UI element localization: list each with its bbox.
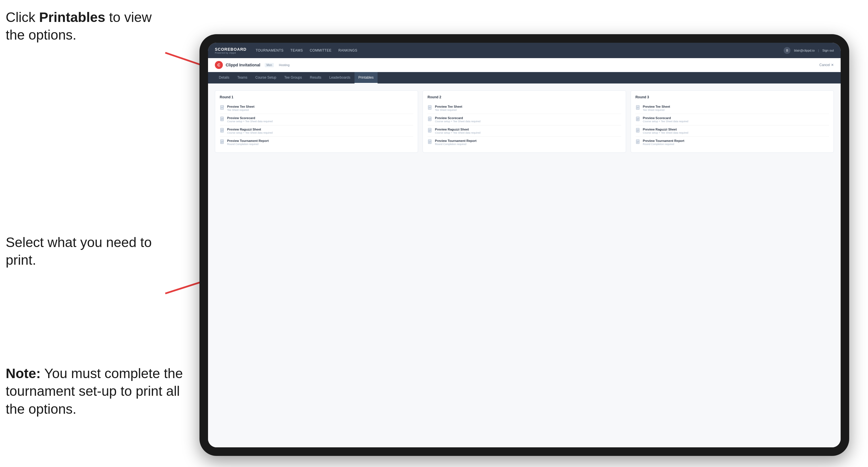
round1-tee-sheet-title: Preview Tee Sheet	[227, 105, 254, 108]
round3-raguzzi-title: Preview Raguzzi Sheet	[643, 128, 688, 131]
tab-leaderboards[interactable]: Leaderboards	[325, 72, 354, 84]
round1-scorecard-title: Preview Scorecard	[227, 116, 273, 120]
tab-results[interactable]: Results	[306, 72, 325, 84]
tab-details[interactable]: Details	[215, 72, 234, 84]
round1-raguzzi[interactable]: Preview Raguzzi Sheet Course setup + Tee…	[220, 125, 413, 137]
round3-tee-sheet-text: Preview Tee Sheet Tee Sheet required	[643, 105, 670, 112]
tournament-name: Clippd Invitational	[226, 63, 260, 67]
svg-rect-16	[221, 139, 224, 144]
annotation-bold: Printables	[39, 10, 105, 25]
nav-separator: |	[818, 49, 819, 52]
round3-tee-sheet[interactable]: Preview Tee Sheet Tee Sheet required	[636, 102, 829, 114]
round2-scorecard-text: Preview Scorecard Course setup + Tee She…	[435, 116, 480, 123]
tee-sheet-icon-r3	[636, 105, 641, 111]
round3-report-text: Preview Tournament Report Round Completi…	[643, 139, 684, 146]
round2-tee-sheet[interactable]: Preview Tee Sheet Tee Sheet required	[428, 102, 621, 114]
scorecard-icon-r2	[428, 117, 433, 122]
round1-tee-sheet[interactable]: Preview Tee Sheet Tee Sheet required	[220, 102, 413, 114]
round3-tournament-report[interactable]: Preview Tournament Report Round Completi…	[636, 137, 829, 148]
svg-rect-12	[221, 128, 224, 132]
tournament-logo: C	[215, 61, 223, 69]
round3-scorecard-title: Preview Scorecard	[643, 116, 688, 120]
svg-rect-23	[428, 117, 431, 121]
round-3-title: Round 3	[636, 95, 829, 99]
round-2-title: Round 2	[428, 95, 621, 99]
raguzzi-icon-r2	[428, 128, 433, 134]
round1-scorecard-text: Preview Scorecard Course setup + Tee She…	[227, 116, 273, 123]
tournament-logo-area: C Clippd Invitational Men Hosting	[215, 61, 289, 69]
tablet-screen: SCOREBOARD Powered by clippd TOURNAMENTS…	[208, 43, 841, 447]
tee-sheet-icon-r2	[428, 105, 433, 111]
tee-sheet-icon-r1	[220, 105, 225, 111]
round2-scorecard-title: Preview Scorecard	[435, 116, 480, 120]
tab-printables[interactable]: Printables	[354, 72, 378, 84]
report-icon-r2	[428, 139, 433, 145]
tab-course-setup[interactable]: Course Setup	[251, 72, 280, 84]
tournament-badge: Men	[265, 63, 274, 67]
round1-report-title: Preview Tournament Report	[227, 139, 269, 143]
sub-nav: Details Teams Course Setup Tee Groups Re…	[208, 72, 841, 84]
report-icon-r1	[220, 139, 225, 145]
user-avatar: B	[784, 47, 790, 54]
cancel-button[interactable]: Cancel ✕	[819, 63, 834, 67]
round2-raguzzi[interactable]: Preview Raguzzi Sheet Course setup + Tee…	[428, 125, 621, 137]
round2-tee-sheet-title: Preview Tee Sheet	[435, 105, 462, 108]
svg-rect-31	[428, 139, 431, 144]
round1-tee-sheet-text: Preview Tee Sheet Tee Sheet required	[227, 105, 254, 112]
rounds-grid: Round 1 Preview Tee Sheet Tee Sheet requ…	[215, 90, 834, 153]
round1-tournament-report[interactable]: Preview Tournament Report Round Completi…	[220, 137, 413, 148]
round-1-title: Round 1	[220, 95, 413, 99]
top-nav: SCOREBOARD Powered by clippd TOURNAMENTS…	[208, 43, 841, 58]
svg-rect-46	[636, 139, 639, 144]
round2-tee-sheet-subtitle: Tee Sheet required	[435, 108, 462, 112]
scorecard-icon-r3	[636, 117, 641, 122]
tournament-status: Hosting	[279, 63, 289, 67]
svg-rect-35	[636, 105, 639, 110]
round1-report-text: Preview Tournament Report Round Completi…	[227, 139, 269, 146]
round1-scorecard[interactable]: Preview Scorecard Course setup + Tee She…	[220, 114, 413, 125]
annotation-bottom: Note: You must complete the tournament s…	[6, 365, 199, 418]
round1-tee-sheet-subtitle: Tee Sheet required	[227, 108, 254, 112]
svg-rect-8	[221, 117, 224, 121]
round2-report-text: Preview Tournament Report Round Completi…	[435, 139, 476, 146]
svg-rect-42	[636, 128, 639, 132]
round2-tee-sheet-text: Preview Tee Sheet Tee Sheet required	[435, 105, 462, 112]
round-2-section: Round 2 Preview Tee Sheet Tee Sheet requ…	[423, 90, 626, 153]
round-3-section: Round 3 Preview Tee Sheet Tee Sheet requ…	[631, 90, 834, 153]
round3-raguzzi[interactable]: Preview Raguzzi Sheet Course setup + Tee…	[636, 125, 829, 137]
round1-raguzzi-text: Preview Raguzzi Sheet Course setup + Tee…	[227, 128, 273, 134]
round3-report-title: Preview Tournament Report	[643, 139, 684, 143]
sign-out-link[interactable]: Sign out	[823, 49, 834, 52]
brand-sub: Powered by clippd	[215, 52, 247, 54]
raguzzi-icon-r3	[636, 128, 641, 134]
svg-rect-38	[636, 117, 639, 121]
round2-scorecard-subtitle: Course setup + Tee Sheet data required	[435, 120, 480, 123]
round3-scorecard-text: Preview Scorecard Course setup + Tee She…	[643, 116, 688, 123]
round2-scorecard[interactable]: Preview Scorecard Course setup + Tee She…	[428, 114, 621, 125]
round3-raguzzi-subtitle: Course setup + Tee Sheet data required	[643, 131, 688, 134]
tab-teams[interactable]: Teams	[234, 72, 251, 84]
round1-report-subtitle: Round Completion required	[227, 143, 269, 146]
raguzzi-icon-r1	[220, 128, 225, 134]
scorecard-icon-r1	[220, 117, 225, 122]
nav-rankings[interactable]: RANKINGS	[338, 47, 358, 54]
round3-tee-sheet-subtitle: Tee Sheet required	[643, 108, 670, 112]
round3-report-subtitle: Round Completion required	[643, 143, 684, 146]
nav-right: B blair@clippd.io | Sign out	[784, 47, 834, 54]
nav-teams[interactable]: TEAMS	[290, 47, 303, 54]
round2-report-subtitle: Round Completion required	[435, 143, 476, 146]
user-email: blair@clippd.io	[794, 49, 814, 52]
svg-rect-27	[428, 128, 431, 132]
round2-tournament-report[interactable]: Preview Tournament Report Round Completi…	[428, 137, 621, 148]
report-icon-r3	[636, 139, 641, 145]
annotation-top: Click Printables to view the options.	[6, 8, 171, 44]
nav-brand: SCOREBOARD Powered by clippd	[215, 47, 247, 54]
nav-committee[interactable]: COMMITTEE	[310, 47, 332, 54]
round2-raguzzi-title: Preview Raguzzi Sheet	[435, 128, 480, 131]
round3-scorecard[interactable]: Preview Scorecard Course setup + Tee She…	[636, 114, 829, 125]
nav-tournaments[interactable]: TOURNAMENTS	[256, 47, 283, 54]
round1-scorecard-subtitle: Course setup + Tee Sheet data required	[227, 120, 273, 123]
nav-links: TOURNAMENTS TEAMS COMMITTEE RANKINGS	[256, 47, 784, 54]
tab-tee-groups[interactable]: Tee Groups	[280, 72, 306, 84]
round2-report-title: Preview Tournament Report	[435, 139, 476, 143]
